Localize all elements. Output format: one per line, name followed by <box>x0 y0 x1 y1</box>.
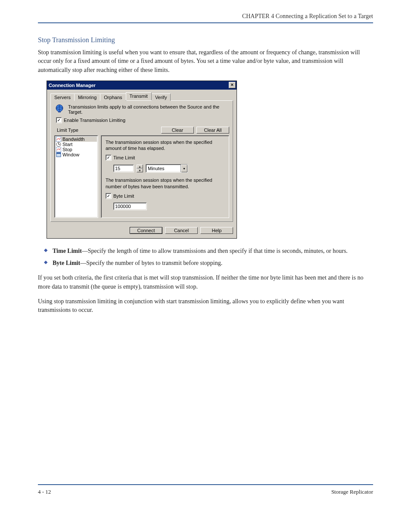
footer-rule <box>38 484 373 485</box>
list-label-bandwidth: Bandwidth <box>62 137 84 142</box>
tab-strip: Servers Mirroring Orphans Transmit Verif… <box>50 92 233 100</box>
svg-rect-2 <box>56 137 61 142</box>
close-icon[interactable]: ✕ <box>229 82 236 88</box>
post-paragraph-1: If you set both criteria, the first crit… <box>38 274 373 291</box>
bullet-time-limit: Time Limit—Specify the length of time to… <box>38 246 373 256</box>
time-limit-input[interactable]: 15 <box>113 165 134 172</box>
list-item-window[interactable]: Window <box>56 152 97 157</box>
titlebar: Connection Manager ✕ <box>47 81 237 90</box>
svg-rect-4 <box>56 147 61 152</box>
time-limit-label: Time Limit <box>113 155 135 160</box>
tab-orphans[interactable]: Orphans <box>100 93 126 101</box>
time-limit-spinner[interactable]: ▲ ▼ <box>137 165 143 172</box>
intro-paragraph: Stop transmission limiting is useful whe… <box>38 48 373 75</box>
limit-settings-panel: The transmission session stops when the … <box>101 135 229 218</box>
tab-verify[interactable]: Verify <box>151 93 171 101</box>
cancel-button[interactable]: Cancel <box>165 227 198 234</box>
chevron-up-icon[interactable]: ▲ <box>137 165 143 168</box>
tab-page: Transmission limits apply to all connect… <box>50 100 233 222</box>
option-bullets: Time Limit—Specify the length of time to… <box>38 246 373 268</box>
page-footer: 4 - 12 Storage Replicator <box>38 488 373 495</box>
time-limit-description: The transmission session stops when the … <box>106 139 224 152</box>
list-item-start[interactable]: Start <box>56 142 97 147</box>
product-name: Storage Replicator <box>331 488 373 495</box>
clear-button[interactable]: Clear <box>161 127 194 134</box>
connect-button[interactable]: Connect <box>130 227 162 234</box>
section-heading: Stop Transmission Limiting <box>38 36 373 44</box>
time-unit-value: Minutes <box>146 166 181 171</box>
svg-rect-6 <box>56 152 61 154</box>
limit-type-list[interactable]: Bandwidth Start Stop <box>54 135 98 218</box>
enable-transmission-label: Enable Transmission Limiting <box>64 118 125 123</box>
header-rule <box>38 22 373 23</box>
dialog-title: Connection Manager <box>49 83 96 88</box>
byte-limit-checkbox[interactable]: ✓ <box>106 193 112 199</box>
page-number: 4 - 12 <box>38 488 51 495</box>
time-unit-select[interactable]: Minutes ▼ <box>146 164 188 173</box>
chapter-label: CHAPTER 4 Connecting a Replication Set t… <box>38 13 373 20</box>
list-item-stop[interactable]: Stop <box>56 147 97 152</box>
bullet-byte-limit: Byte Limit—Specify the number of bytes t… <box>38 258 373 268</box>
time-limit-checkbox[interactable]: ✓ <box>106 155 112 161</box>
globe-icon <box>54 103 65 114</box>
byte-limit-label: Byte Limit <box>113 193 134 199</box>
limit-type-label: Limit Type <box>57 128 78 133</box>
list-label-stop: Stop <box>62 147 72 152</box>
clock-icon <box>56 142 61 147</box>
post-paragraph-2: Using stop transmission limiting in conj… <box>38 297 373 315</box>
connection-manager-dialog: Connection Manager ✕ Servers Mirroring O… <box>47 81 237 239</box>
svg-rect-1 <box>58 111 61 112</box>
clear-all-button[interactable]: Clear All <box>196 127 229 134</box>
tab-mirroring[interactable]: Mirroring <box>74 93 100 101</box>
list-label-start: Start <box>62 142 72 147</box>
byte-limit-description: The transmission session stops when the … <box>106 177 224 190</box>
help-button[interactable]: Help <box>200 227 233 234</box>
chevron-down-icon[interactable]: ▼ <box>137 168 143 172</box>
chart-icon <box>56 137 61 142</box>
window-icon <box>56 152 61 157</box>
chevron-down-icon[interactable]: ▼ <box>181 165 187 172</box>
byte-limit-input[interactable]: 100000 <box>113 202 147 210</box>
info-text: Transmission limits apply to all connect… <box>68 103 229 115</box>
enable-transmission-checkbox[interactable]: ✓ <box>56 117 62 123</box>
list-label-window: Window <box>62 152 79 157</box>
chart-icon <box>56 147 61 152</box>
tab-transmit[interactable]: Transmit <box>126 92 152 100</box>
tab-servers[interactable]: Servers <box>50 93 75 101</box>
list-item-bandwidth[interactable]: Bandwidth <box>56 137 97 142</box>
